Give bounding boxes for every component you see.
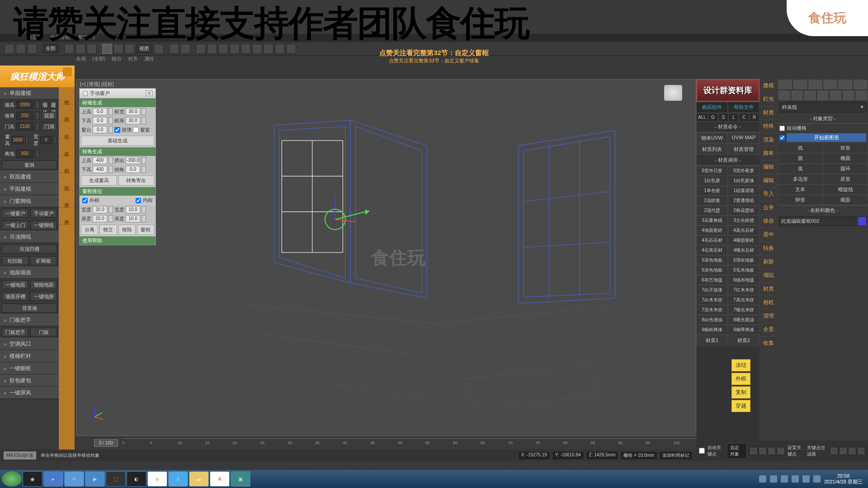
taskbar-app-2[interactable]: ▸ xyxy=(43,471,63,487)
section-stair-rail[interactable]: 楼梯栏杆 xyxy=(0,350,59,362)
spinner-icon[interactable] xyxy=(142,108,146,115)
amber-path[interactable]: 路径 xyxy=(59,104,75,122)
nav-item[interactable]: 收集 xyxy=(760,337,778,350)
spinner-icon[interactable] xyxy=(35,122,40,131)
obj-uvw-button[interactable]: 物体UVW xyxy=(696,132,728,144)
nav-item[interactable]: 灯光 xyxy=(760,93,778,106)
material-item[interactable]: 5强化地板 xyxy=(728,255,760,265)
nav-item[interactable]: 居中 xyxy=(760,228,778,242)
door-panel-button[interactable]: 门板 xyxy=(30,328,57,337)
double-button[interactable]: 双面 xyxy=(42,112,57,120)
section-door-window[interactable]: 门窗脚线 xyxy=(0,195,59,207)
section-door-handle[interactable]: 门板把手 xyxy=(0,314,59,326)
object-type-button[interactable]: 截面 xyxy=(823,195,868,205)
casing-check[interactable] xyxy=(133,127,139,133)
nav-item[interactable]: 建模 xyxy=(760,79,778,93)
window-height-input[interactable]: 1600 xyxy=(12,136,24,144)
material-item[interactable]: 8哑光黑油 xyxy=(728,315,760,325)
timeline-ruler[interactable]: 0510152025303540455055606570758085909510… xyxy=(123,438,696,447)
orbit-icon[interactable] xyxy=(848,447,856,455)
prev-key-icon[interactable] xyxy=(750,447,758,455)
viewport[interactable]: [+] [透视] [线框] 食住玩 xyxy=(76,79,696,436)
object-type-button[interactable]: 圆 xyxy=(778,153,823,164)
model-button[interactable]: 建模 xyxy=(50,101,57,109)
section-floor-wall[interactable]: 地面墙面 xyxy=(0,267,59,279)
taskbar-app-4[interactable]: ▶ xyxy=(85,471,105,487)
smart-floor-button[interactable]: 智能地面 xyxy=(30,280,57,289)
auto-floor-button[interactable]: 一键地面 xyxy=(2,280,28,289)
ground-dist-input[interactable]: 850 xyxy=(16,150,33,158)
nav-item[interactable]: 合并 xyxy=(760,201,778,215)
outer-frame-check[interactable] xyxy=(82,198,88,203)
nav-item[interactable]: 刷新 xyxy=(760,255,778,269)
object-type-button[interactable]: 文本 xyxy=(778,184,823,195)
tray-icon-1[interactable] xyxy=(759,475,766,483)
spinner-icon[interactable] xyxy=(142,117,146,124)
spinner-icon[interactable] xyxy=(142,206,146,213)
object-type-button[interactable]: 卵形 xyxy=(778,195,823,205)
nav-item[interactable]: 保存 xyxy=(760,215,778,228)
filter-all[interactable]: ALL xyxy=(696,113,708,122)
wall-slot-button[interactable]: 墙面开槽 xyxy=(2,292,28,301)
object-type-button[interactable]: 星形 xyxy=(823,174,868,184)
section-soft-hard[interactable]: 软包硬包 xyxy=(0,375,59,387)
corner-extrude-button[interactable]: 转角寄出 xyxy=(118,175,155,186)
amber-material[interactable]: 材质 xyxy=(59,139,75,156)
tray-icon-2[interactable] xyxy=(770,475,777,483)
taskbar-app-5[interactable]: ⬚ xyxy=(106,471,126,487)
cameras-icon[interactable] xyxy=(816,90,830,101)
glass-check[interactable] xyxy=(114,127,120,133)
nav-item[interactable]: 全景 xyxy=(760,323,778,337)
tab-help[interactable]: 帮助文件 xyxy=(728,102,760,113)
base-generate-button[interactable]: 基础生成 xyxy=(81,136,154,146)
nav-item[interactable]: 转换 xyxy=(760,242,778,255)
object-type-button[interactable]: 矩形 xyxy=(823,143,868,153)
inner-frame-check[interactable] xyxy=(136,198,141,203)
material-item[interactable]: 2花纹瓷 xyxy=(696,196,728,206)
auto-baseboard-button[interactable]: 一键脚线 xyxy=(30,221,57,230)
spinner-icon[interactable] xyxy=(35,150,40,158)
spinner-icon[interactable] xyxy=(108,215,113,222)
tab-buy[interactable]: 购买软件 xyxy=(696,102,728,113)
tab-props[interactable]: 属性 xyxy=(144,56,154,64)
nav-item[interactable]: 渲染 xyxy=(760,133,778,147)
taskbar-app-3[interactable]: ✂ xyxy=(64,471,84,487)
material-item[interactable]: 7白开放漆 xyxy=(696,285,728,295)
goto-end-icon[interactable] xyxy=(777,447,785,455)
play-icon[interactable] xyxy=(759,447,767,455)
material-item[interactable]: 4地面瓷砖 xyxy=(696,225,728,235)
nav-item[interactable]: 导入 xyxy=(760,188,778,201)
material-item[interactable]: 5深色地板 xyxy=(696,265,728,275)
color-swatch[interactable] xyxy=(858,216,867,226)
filter-c[interactable]: C xyxy=(739,113,749,122)
zoom-icon[interactable] xyxy=(839,447,847,455)
key-target-dropdown[interactable]: 选定对象 xyxy=(727,443,747,459)
material-item[interactable]: 4石英石材 xyxy=(696,245,728,255)
spinner-icon[interactable] xyxy=(35,112,40,120)
inner-thick-input[interactable]: 10.0 xyxy=(126,215,140,222)
frame-button[interactable]: 窗框 xyxy=(137,225,154,235)
spinner-icon[interactable] xyxy=(108,206,113,213)
material-item[interactable]: 2韩花壁纸 xyxy=(728,206,760,216)
independent-button[interactable]: 独立 xyxy=(99,225,117,235)
mineral-panel-button[interactable]: 矿棉板 xyxy=(30,256,57,265)
maximize-icon[interactable] xyxy=(857,447,865,455)
amber-place[interactable]: 摆放 xyxy=(59,190,75,207)
spinner-icon[interactable] xyxy=(108,157,113,164)
bg-wall-button[interactable]: 背景墙 xyxy=(2,304,57,313)
amber-structure[interactable]: 结构 xyxy=(59,87,75,104)
mat-manage-button[interactable]: 材质管理 xyxy=(728,144,760,155)
section-double-wall[interactable]: 双面建模 xyxy=(0,171,59,183)
tray-icon-3[interactable] xyxy=(781,475,788,483)
taskbar-3dsmax[interactable]: ▣ xyxy=(231,471,250,487)
material-item[interactable]: 8白色清油 xyxy=(696,315,728,325)
object-type-button[interactable]: 椭圆 xyxy=(823,153,868,164)
windows-taskbar[interactable]: ◉ ▸ ✂ ▶ ⬚ ◐ ◉ 5 📁 A ▣ 20:58 2021/4/28 星期… xyxy=(0,470,868,488)
ceiling-groove-button[interactable]: 吊顶凹槽 xyxy=(2,244,57,253)
amber-custom[interactable]: 定制 xyxy=(59,173,75,190)
window-width-input[interactable]: 0 xyxy=(40,136,52,144)
object-type-button[interactable]: 线 xyxy=(778,143,823,153)
taskbar-autocad[interactable]: A xyxy=(210,471,230,487)
amber-center[interactable]: 居中 xyxy=(59,207,75,225)
taskbar-explorer[interactable]: 📁 xyxy=(189,471,209,487)
